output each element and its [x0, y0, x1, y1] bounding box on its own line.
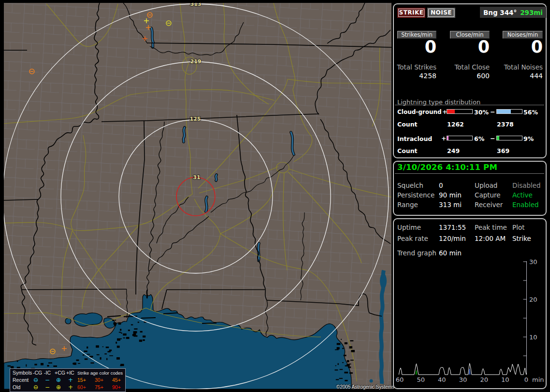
peak-rate-label: Peak rate [397, 235, 428, 242]
strike-button[interactable]: STRIKE [398, 9, 424, 17]
x-tick-label: 0 [524, 376, 528, 383]
circle-minus-icon: ⊖ [33, 384, 38, 390]
squelch-label: Squelch [397, 182, 423, 189]
ic-positive-gauge [447, 136, 473, 140]
bearing-range: 293mi [520, 9, 543, 16]
y-tick-label: 20 [529, 296, 537, 303]
trend-series-strike [399, 364, 526, 375]
intracloud-label: Intracloud [397, 135, 432, 142]
bearing-display: Bng 344° 293mi [480, 7, 546, 18]
legend-recent-label: Recent [13, 377, 29, 383]
receiver-label: Receiver [475, 201, 503, 209]
trend-graph-label: Trend graph [397, 249, 436, 257]
age-code: 15+ [77, 377, 86, 383]
trend-series-close [416, 370, 417, 375]
age-code: 75+ [95, 384, 103, 390]
count-label: Count [397, 121, 418, 128]
peak-time-label: Peak time [475, 224, 507, 231]
close-per-min-value: 0 [441, 39, 490, 56]
x-tick-label: 10 [501, 376, 509, 383]
copyright-text: ©2005 Astrogenic Systems [298, 384, 394, 390]
minus-icon: − [45, 377, 50, 383]
cloud-ground-label: Cloud-ground [397, 109, 442, 115]
cg-positive-count: 1262 [447, 121, 464, 128]
ic-positive-pct: 6% [474, 135, 484, 142]
cg-negative-count: 2378 [497, 121, 514, 128]
cg-positive-gauge [447, 109, 473, 114]
x-axis-unit: min [532, 376, 544, 383]
trend-window-value: 60 min [439, 249, 462, 257]
legend-col-nic: -IC [44, 370, 51, 376]
upload-label: Upload [475, 182, 497, 189]
strikes-per-min-value: 0 [388, 39, 436, 56]
persistence-value: 90 min [439, 191, 462, 199]
ic-positive-count: 249 [447, 147, 460, 154]
range-ring-label: 313 [190, 3, 202, 7]
ic-negative-count: 369 [497, 147, 509, 154]
noises-per-min-value: 0 [494, 39, 543, 56]
plot-mode-value: Strike [512, 235, 531, 242]
minus-sign: − [490, 135, 495, 142]
bearing-value: Bng 344° [483, 9, 517, 16]
total-noises-label: Total Noises [475, 63, 543, 71]
age-code: 30+ [95, 377, 103, 383]
receiver-status: Enabled [512, 201, 539, 209]
circle-minus-icon: ⊖ [33, 377, 38, 383]
age-code: 45+ [112, 377, 121, 383]
uptime-label: Uptime [397, 224, 421, 231]
age-code: 90+ [112, 384, 121, 390]
range-value: 313 mi [439, 201, 462, 209]
persistence-label: Persistence [397, 191, 434, 199]
datetime-display: 3/10/2026 4:10:11 PM [397, 163, 497, 172]
ic-negative-gauge [496, 136, 522, 140]
range-ring-label: 219 [190, 58, 202, 65]
noise-button[interactable]: NOISE [428, 9, 454, 17]
x-tick-label: 40 [438, 376, 446, 383]
peak-rate-value: 120/min [439, 235, 466, 242]
cg-negative-gauge [496, 109, 522, 114]
plus-icon: + [68, 384, 73, 390]
legend-age-title: Strike age color codes [77, 370, 123, 376]
age-code: 60+ [77, 384, 86, 390]
legend-col-pic: +IC [66, 370, 74, 376]
nexstorm-app: { "map": { "ring_labels": [ {"text":"313… [0, 0, 550, 392]
rivers [147, 290, 147, 298]
peak-time-value: 12:00 AM [475, 235, 506, 242]
trend-graph: 3020106050403020100min [393, 257, 548, 389]
range-label: Range [397, 201, 418, 209]
x-tick-label: 20 [480, 376, 488, 383]
map-legend: Symbols -CG -IC +CG +IC Strike age color… [10, 368, 126, 392]
trend-series-noise [469, 369, 470, 375]
capture-label: Capture [475, 191, 501, 199]
x-tick-label: 50 [417, 376, 425, 383]
legend-symbols-title: Symbols [13, 370, 32, 376]
upload-status: Disabled [512, 182, 541, 189]
minus-icon: − [45, 384, 50, 390]
cg-positive-pct: 30% [474, 109, 489, 116]
legend-old-label: Old [13, 384, 20, 390]
circle-plus-icon: ⊕ [56, 384, 61, 390]
plus-sign: + [441, 135, 446, 142]
plot-label: Plot [512, 224, 524, 231]
plus-icon: + [68, 377, 73, 383]
count-label: Count [397, 147, 418, 154]
legend-col-ncg: -CG [33, 370, 42, 376]
legend-col-pcg: +CG [55, 370, 65, 376]
minus-sign: − [490, 108, 495, 115]
squelch-value: 0 [439, 182, 443, 189]
y-tick-label: 30 [529, 258, 537, 266]
range-ring-label: 31 [193, 174, 200, 181]
lightning-map[interactable]: 31321912531 Symbols -CG -IC +CG +IC Stri… [4, 3, 391, 389]
capture-status: Active [512, 191, 533, 199]
x-tick-label: 60 [396, 376, 404, 383]
uptime-value: 1371:55 [439, 224, 466, 231]
x-tick-label: 30 [459, 376, 467, 383]
range-ring-label: 125 [190, 116, 201, 122]
total-noises-value: 444 [475, 72, 543, 80]
cg-negative-pct: 56% [523, 109, 538, 116]
y-tick-label: 10 [529, 334, 537, 341]
ic-negative-pct: 9% [523, 135, 534, 142]
circle-plus-icon: ⊕ [56, 377, 61, 383]
